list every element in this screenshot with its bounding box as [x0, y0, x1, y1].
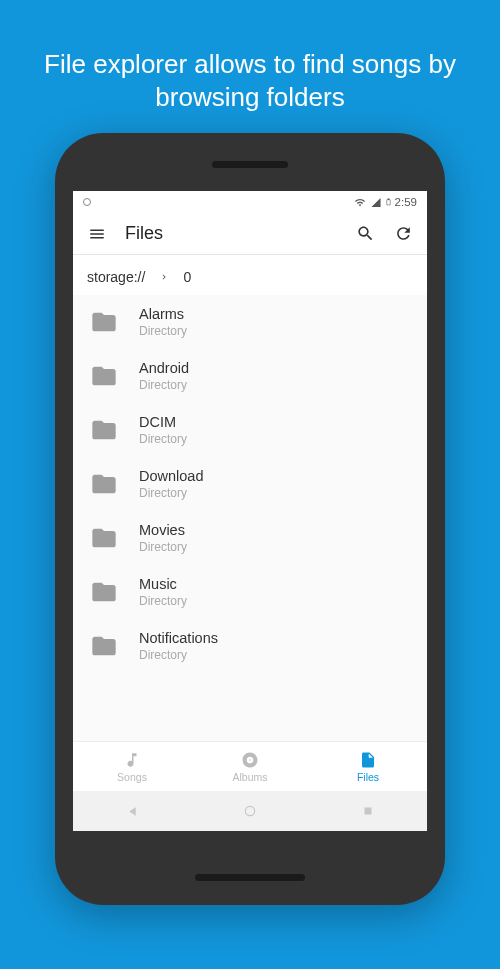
folder-icon	[87, 416, 121, 444]
list-item[interactable]: Notifications Directory	[73, 619, 427, 673]
file-name: DCIM	[139, 414, 413, 430]
tab-albums[interactable]: Albums	[191, 742, 309, 791]
folder-icon	[87, 470, 121, 498]
status-dot-icon	[83, 198, 91, 206]
file-name: Music	[139, 576, 413, 592]
screen: 2:59 Files storage:// 0 A	[73, 191, 427, 831]
file-type: Directory	[139, 378, 413, 392]
wifi-icon	[353, 197, 367, 208]
file-type: Directory	[139, 594, 413, 608]
list-item[interactable]: Android Directory	[73, 349, 427, 403]
breadcrumb[interactable]: storage:// 0	[73, 255, 427, 295]
breadcrumb-current: 0	[183, 269, 191, 285]
android-nav-bar	[73, 791, 427, 831]
circle-home-icon	[243, 804, 257, 818]
file-name: Download	[139, 468, 413, 484]
file-name: Movies	[139, 522, 413, 538]
app-bar: Files	[73, 213, 427, 254]
folder-icon	[87, 578, 121, 606]
file-name: Alarms	[139, 306, 413, 322]
search-button[interactable]	[355, 224, 375, 244]
svg-rect-1	[388, 199, 389, 200]
signal-icon	[370, 197, 382, 208]
triangle-back-icon	[126, 805, 139, 818]
tab-label: Files	[357, 771, 379, 783]
folder-icon	[87, 362, 121, 390]
album-icon	[241, 751, 259, 769]
back-button[interactable]	[124, 803, 140, 819]
status-time: 2:59	[395, 196, 417, 208]
list-item[interactable]: Download Directory	[73, 457, 427, 511]
app-title: Files	[125, 223, 337, 244]
tab-files[interactable]: Files	[309, 742, 427, 791]
folder-icon	[87, 524, 121, 552]
folder-icon	[87, 632, 121, 660]
phone-speaker	[212, 161, 288, 168]
tab-label: Songs	[117, 771, 147, 783]
square-recents-icon	[362, 805, 374, 817]
file-type: Directory	[139, 324, 413, 338]
file-icon	[359, 751, 377, 769]
file-list[interactable]: Alarms Directory Android Directory DCIM …	[73, 295, 427, 741]
promo-text: File explorer allows to find songs by br…	[0, 0, 500, 133]
hamburger-icon	[88, 225, 106, 243]
battery-icon	[385, 196, 392, 208]
svg-rect-0	[386, 200, 390, 205]
search-icon	[356, 224, 375, 243]
bottom-nav: Songs Albums Files	[73, 741, 427, 791]
list-item[interactable]: Movies Directory	[73, 511, 427, 565]
svg-rect-3	[365, 808, 372, 815]
recents-button[interactable]	[360, 803, 376, 819]
home-button[interactable]	[242, 803, 258, 819]
breadcrumb-root: storage://	[87, 269, 145, 285]
file-type: Directory	[139, 486, 413, 500]
phone-frame: 2:59 Files storage:// 0 A	[55, 133, 445, 905]
folder-icon	[87, 308, 121, 336]
list-item[interactable]: Alarms Directory	[73, 295, 427, 349]
file-type: Directory	[139, 432, 413, 446]
tab-songs[interactable]: Songs	[73, 742, 191, 791]
refresh-icon	[394, 224, 413, 243]
tab-label: Albums	[232, 771, 267, 783]
list-item[interactable]: DCIM Directory	[73, 403, 427, 457]
status-bar: 2:59	[73, 191, 427, 213]
music-note-icon	[123, 751, 141, 769]
menu-button[interactable]	[87, 224, 107, 244]
file-type: Directory	[139, 648, 413, 662]
file-name: Android	[139, 360, 413, 376]
svg-point-2	[245, 806, 254, 815]
file-type: Directory	[139, 540, 413, 554]
chevron-right-icon	[159, 272, 169, 282]
file-name: Notifications	[139, 630, 413, 646]
phone-bottom-speaker	[195, 874, 305, 881]
list-item[interactable]: Music Directory	[73, 565, 427, 619]
refresh-button[interactable]	[393, 224, 413, 244]
